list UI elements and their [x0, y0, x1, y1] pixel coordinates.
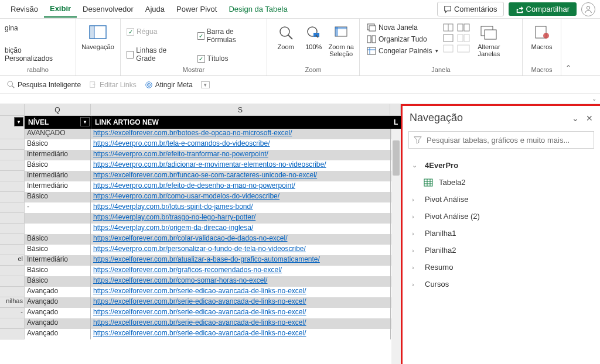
cell-link[interactable]: https://4everpro.com.br/personalizar-o-f… — [91, 245, 390, 255]
cell-nivel[interactable]: Básico — [25, 245, 91, 255]
reset-pos-icon[interactable] — [457, 44, 470, 53]
checkbox-titulos[interactable]: ✓Títulos — [196, 53, 262, 64]
zoom-selection-button[interactable]: Zoom na Seleção — [328, 21, 354, 57]
cell-link[interactable]: https://4everpro.com.br/efeito-de-desenh… — [91, 181, 390, 192]
overflow-button[interactable]: ▾ — [201, 81, 210, 88]
cell-link[interactable]: https://excelforever.com.br/colar-valida… — [91, 234, 390, 245]
user-avatar[interactable] — [581, 2, 595, 16]
table-row[interactable]: elIntermediáriohttps://excelforever.com.… — [0, 255, 401, 266]
table-row[interactable]: Intermediáriohttps://excelforever.com.br… — [0, 171, 401, 181]
cell-link[interactable]: https://excelforever.com.br/serie-edicao… — [91, 329, 390, 339]
hyperlink[interactable]: https://4everpro.com.br/efeito-tranforma… — [93, 150, 268, 158]
cell-nivel[interactable]: Avançado — [25, 287, 91, 297]
row-header[interactable] — [0, 129, 25, 139]
row-header[interactable] — [0, 276, 25, 287]
row-header[interactable] — [0, 171, 25, 181]
row-header[interactable] — [0, 181, 25, 192]
tree-item-planilha2[interactable]: › Planilha2 — [407, 242, 595, 259]
hyperlink[interactable]: https://excelforever.com.br/atualizar-a-… — [93, 255, 320, 263]
cell-nivel[interactable]: - — [25, 202, 91, 213]
switch-windows-button[interactable]: Alternar Janelas — [472, 21, 505, 57]
new-window-button[interactable]: Nova Janela — [364, 22, 441, 33]
hyperlink[interactable]: https://4everpro.com.br/adicionar-e-movi… — [93, 160, 326, 169]
row-header[interactable] — [0, 160, 25, 171]
cell-link[interactable]: https://4everplay.com.br/trasgo-no-lego-… — [91, 213, 390, 224]
goal-seek-button[interactable]: Atingir Meta — [145, 81, 193, 89]
hyperlink[interactable]: https://excelforever.com.br/serie-edicao… — [93, 297, 306, 305]
hyperlink[interactable]: https://4everpro.com.br/como-usar-modelo… — [93, 192, 279, 200]
filter-button[interactable]: ▾ — [14, 117, 23, 126]
cell-nivel[interactable]: Avançado — [25, 329, 91, 339]
row-header[interactable] — [0, 213, 25, 224]
tree-item-resumo[interactable]: › Resumo — [407, 259, 595, 276]
row-header[interactable] — [0, 245, 25, 255]
table-row[interactable]: AVANÇADOhttps://excelforever.com.br/boto… — [0, 129, 401, 139]
row-header[interactable] — [0, 224, 25, 234]
chevron-down-icon[interactable]: ⌄ — [572, 114, 579, 123]
row-header[interactable] — [0, 202, 25, 213]
select-all-corner[interactable] — [0, 104, 25, 116]
hyperlink[interactable]: https://excelforever.com.br/como-somar-h… — [93, 276, 267, 284]
cell-link[interactable]: https://4everpro.com.br/tela-e-comandos-… — [91, 139, 390, 150]
row-header[interactable] — [0, 234, 25, 245]
cell-nivel[interactable] — [25, 213, 91, 224]
col-header-q[interactable]: Q — [25, 104, 91, 116]
table-row[interactable]: Básicohttps://excelforever.com.br/grafic… — [0, 266, 401, 276]
cell-nivel[interactable]: Intermediário — [25, 255, 91, 266]
share-button[interactable]: Compartilhar — [509, 2, 577, 16]
hyperlink[interactable]: https://4everpro.com.br/tela-e-comandos-… — [93, 139, 270, 147]
split-icon[interactable] — [443, 23, 454, 32]
row-header[interactable]: nilhas — [0, 297, 25, 308]
cell-nivel[interactable]: Básico — [25, 160, 91, 171]
tab-exibir[interactable]: Exibir — [44, 1, 77, 18]
header-nivel[interactable]: NÍVEL▾ — [25, 116, 91, 129]
smart-lookup-button[interactable]: Pesquisa Inteligente — [7, 81, 81, 89]
row-header[interactable] — [0, 192, 25, 202]
header-next[interactable]: L — [390, 116, 401, 129]
tree-item-tabela2[interactable]: Tabela2 — [407, 174, 595, 191]
view-side-icon[interactable] — [457, 23, 470, 32]
cell-link[interactable]: https://4everpro.com.br/efeito-tranforma… — [91, 150, 390, 160]
row-header[interactable]: el — [0, 255, 25, 266]
cell-link[interactable]: https://excelforever.com.br/serie-edicao… — [91, 308, 390, 318]
table-row[interactable]: Básicohttps://excelforever.com.br/colar-… — [0, 234, 401, 245]
table-row[interactable]: Intermediáriohttps://4everpro.com.br/efe… — [0, 150, 401, 160]
row-header[interactable] — [0, 329, 25, 339]
hyperlink[interactable]: https://4everplay.com.br/origem-da-direc… — [93, 224, 253, 232]
cell-nivel[interactable] — [25, 224, 91, 234]
cell-nivel[interactable]: Básico — [25, 276, 91, 287]
scrollbar-thumb[interactable] — [393, 140, 400, 176]
cell-nivel[interactable]: Avançado — [25, 297, 91, 308]
cell-link[interactable]: https://excelforever.com.br/como-somar-h… — [91, 276, 390, 287]
table-row[interactable]: Avançadohttps://excelforever.com.br/seri… — [0, 287, 401, 297]
cell-nivel[interactable]: Básico — [25, 234, 91, 245]
spreadsheet[interactable]: Q S ▾ NÍVEL▾ LINK ARTIGO NEW L AVANÇADOh… — [0, 104, 401, 364]
hyperlink[interactable]: https://excelforever.com.br/funcao-se-co… — [93, 171, 317, 179]
col-header-next[interactable] — [390, 104, 401, 116]
navigation-button[interactable]: Navegação — [81, 21, 115, 50]
view-truncated-2[interactable]: bição Personalizados — [5, 46, 71, 63]
close-icon[interactable]: ✕ — [586, 114, 593, 123]
cell-link[interactable]: https://excelforever.com.br/serie-edicao… — [91, 318, 390, 329]
tree-item-4everpro[interactable]: ⌄ 4EverPro — [407, 157, 595, 174]
view-truncated-1[interactable]: gina — [5, 24, 18, 32]
cell-link[interactable]: https://excelforever.com.br/funcao-se-co… — [91, 171, 390, 181]
table-row[interactable]: -https://4everplay.com.br/lotus-spirit-d… — [0, 202, 401, 213]
table-row[interactable]: Básicohttps://4everpro.com.br/como-usar-… — [0, 192, 401, 202]
cell-nivel[interactable]: AVANÇADO — [25, 129, 91, 139]
tree-item-pivot-analise[interactable]: › Pivot Análise — [407, 191, 595, 208]
checkbox-linhas-grade[interactable]: Linhas de Grade — [125, 44, 186, 64]
arrange-all-button[interactable]: Organizar Tudo — [364, 34, 441, 44]
table-row[interactable]: Básicohttps://4everpro.com.br/adicionar-… — [0, 160, 401, 171]
cell-link[interactable]: https://excelforever.com.br/serie-edicao… — [91, 287, 390, 297]
cell-nivel[interactable]: Intermediário — [25, 150, 91, 160]
nav-search-input[interactable] — [427, 136, 589, 145]
hyperlink[interactable]: https://excelforever.com.br/serie-edicao… — [93, 308, 306, 316]
cell-link[interactable]: https://4everpro.com.br/adicionar-e-movi… — [91, 160, 390, 171]
tab-powerpivot[interactable]: Power Pivot — [171, 1, 223, 17]
table-row[interactable]: Intermediáriohttps://4everpro.com.br/efe… — [0, 181, 401, 192]
row-header[interactable] — [0, 318, 25, 329]
table-row[interactable]: Avançadohttps://excelforever.com.br/seri… — [0, 329, 401, 339]
tree-item-pivot-analise-2[interactable]: › Pivot Análise (2) — [407, 208, 595, 225]
hyperlink[interactable]: https://excelforever.com.br/serie-edicao… — [93, 329, 306, 337]
